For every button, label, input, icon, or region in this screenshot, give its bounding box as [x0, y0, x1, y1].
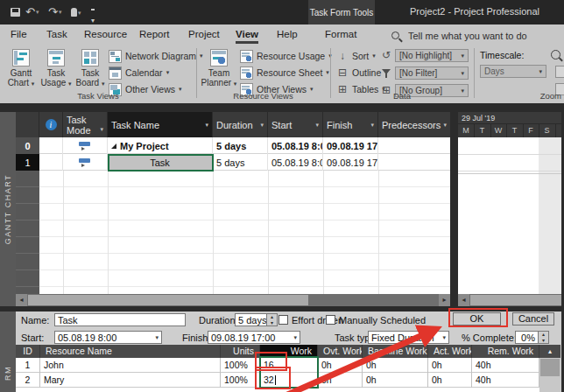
scrollbar-thumb[interactable]: [540, 359, 560, 376]
tab-report[interactable]: Report: [139, 29, 170, 39]
info-column-header[interactable]: i: [39, 112, 63, 137]
redo-button[interactable]: ↷▾: [48, 0, 61, 24]
timeline-week-header[interactable]: 29 Jul '19: [458, 112, 564, 124]
save-icon[interactable]: [11, 8, 20, 17]
filter-arrow-icon[interactable]: ▾: [260, 120, 264, 130]
finish-cell[interactable]: 09.08.19 17:00: [323, 137, 378, 154]
predecessors-header[interactable]: Predecessors ▾: [378, 112, 450, 137]
start-cell[interactable]: 05.08.19 8:00: [268, 137, 323, 154]
percent-complete-input[interactable]: 0%: [515, 331, 539, 344]
touch-mode-button[interactable]: ▾: [71, 8, 81, 18]
task-mode-header[interactable]: Task Mode ▾: [63, 112, 108, 137]
tab-resource[interactable]: Resource: [84, 29, 127, 39]
scroll-up-icon[interactable]: ▴: [539, 345, 560, 358]
table-row-task[interactable]: 1 Task 5 days 05.08.19 8:00 09.08.19 17:…: [16, 154, 450, 171]
scrollbar-thumb[interactable]: [470, 295, 564, 305]
contextual-tab-task-form-tools[interactable]: Task Form Tools: [308, 0, 375, 24]
tell-me-input[interactable]: Tell me what you want to do: [408, 31, 527, 41]
predecessors-cell[interactable]: [378, 137, 450, 154]
filter-arrow-icon[interactable]: ▾: [370, 120, 374, 130]
filter-dropdown[interactable]: [No Filter]▾: [395, 66, 469, 80]
predecessors-cell[interactable]: [378, 154, 450, 171]
ovt-work-header[interactable]: Ovt. Work: [318, 345, 363, 358]
info-cell[interactable]: [39, 154, 63, 171]
table-horizontal-scrollbar[interactable]: ◂ ▸: [16, 294, 450, 306]
start-cell[interactable]: 05.08.19 8:00: [268, 154, 323, 171]
duration-cell[interactable]: 5 days: [213, 154, 268, 171]
spinner-up-icon[interactable]: ▴: [542, 332, 545, 337]
act-work-header[interactable]: Act. Work: [428, 345, 472, 358]
finish-dropdown[interactable]: 09.08.19 17:00▾: [208, 331, 300, 344]
row-number[interactable]: 1: [16, 154, 39, 171]
tab-file[interactable]: File: [11, 29, 27, 39]
finish-header[interactable]: Finish ▾: [323, 112, 378, 137]
act-work-cell[interactable]: 0h: [428, 373, 472, 388]
tab-task[interactable]: Task: [46, 29, 67, 39]
resource-usage-button[interactable]: Resource Usage ▾: [240, 49, 332, 63]
finish-cell[interactable]: 09.08.19 17:00: [323, 154, 378, 171]
collapse-triangle-icon[interactable]: [111, 144, 116, 149]
manually-scheduled-checkbox[interactable]: [326, 315, 335, 325]
calendar-button[interactable]: Calendar ▾: [109, 66, 169, 80]
timeline-horizontal-scrollbar[interactable]: ◂: [458, 294, 564, 306]
tab-format[interactable]: Format: [325, 29, 356, 39]
task-board-button[interactable]: Task Board ▾: [74, 48, 107, 88]
id-cell[interactable]: 2: [16, 373, 40, 388]
start-header[interactable]: Start ▾: [268, 112, 323, 137]
task-mode-cell[interactable]: [63, 137, 108, 154]
info-cell[interactable]: [39, 137, 63, 154]
filter-arrow-icon[interactable]: ▾: [443, 120, 447, 130]
tab-project[interactable]: Project: [188, 29, 220, 39]
filter-arrow-icon[interactable]: ▾: [315, 120, 319, 130]
cancel-button[interactable]: Cancel: [512, 312, 554, 326]
tab-help[interactable]: Help: [277, 29, 298, 39]
ovt-work-cell[interactable]: 0h: [318, 358, 363, 373]
task-usage-button[interactable]: Task Usage ▾: [39, 48, 74, 88]
rem-work-cell[interactable]: 40h: [472, 358, 539, 373]
task-name-cell[interactable]: My Project: [108, 137, 213, 154]
name-input[interactable]: Task: [54, 313, 186, 326]
rem-work-header[interactable]: Rem. Work: [472, 345, 539, 358]
sort-button[interactable]: ↓ Sort ▾: [336, 49, 376, 63]
team-planner-button[interactable]: Team Planner ▾: [200, 48, 238, 88]
timeline-day-header[interactable]: M T W T F S: [458, 124, 564, 137]
baseline-work-header[interactable]: Baseline Work: [363, 345, 428, 358]
spinner-down-icon[interactable]: ▾: [542, 338, 545, 343]
ovt-work-cell[interactable]: 0h: [318, 373, 363, 388]
undo-button[interactable]: ↶▾: [25, 0, 39, 24]
id-cell[interactable]: 1: [16, 358, 40, 373]
filter-arrow-icon[interactable]: ▾: [100, 124, 103, 137]
resource-sheet-button[interactable]: Resource Sheet ▾: [240, 66, 329, 80]
start-dropdown[interactable]: 05.08.19 8:00▾: [54, 331, 162, 344]
act-work-cell[interactable]: 0h: [428, 358, 472, 373]
row-number[interactable]: 0: [16, 137, 39, 154]
gantt-chart-button[interactable]: Gantt Chart ▾: [4, 48, 39, 88]
spinner-up-icon[interactable]: ▴: [271, 314, 273, 319]
resource-name-cell[interactable]: John: [40, 358, 221, 373]
duration-cell[interactable]: 5 days: [213, 137, 268, 154]
filter-arrow-icon[interactable]: ▾: [205, 120, 208, 130]
task-name-header[interactable]: Task Name ▾: [108, 112, 213, 137]
duration-header[interactable]: Duration ▾: [213, 112, 268, 137]
duration-spinner[interactable]: ▴▾: [266, 313, 278, 326]
highlight-button[interactable]: ↺: [380, 49, 392, 61]
spinner-down-icon[interactable]: ▾: [271, 320, 273, 326]
filter-icon[interactable]: [382, 69, 391, 74]
baseline-work-cell[interactable]: 0h: [363, 373, 428, 388]
scroll-right-icon[interactable]: ▸: [439, 294, 450, 306]
table-row-summary[interactable]: 0 My Project 5 days 05.08.19 8:00 09.08.…: [16, 137, 450, 154]
percent-spinner[interactable]: ▴▾: [538, 331, 549, 344]
effort-driven-checkbox[interactable]: [278, 315, 288, 325]
tab-view[interactable]: View: [236, 29, 258, 39]
customize-qat-button[interactable]: ▾: [91, 9, 95, 23]
baseline-work-cell[interactable]: 0h: [363, 358, 428, 373]
entire-project-icon[interactable]: [555, 66, 564, 78]
outline-button[interactable]: ⊟ Outline ▾: [336, 66, 388, 80]
rem-work-cell[interactable]: 40h: [472, 373, 539, 388]
timescale-dropdown[interactable]: Days▾: [480, 65, 546, 78]
task-mode-cell[interactable]: [63, 154, 108, 171]
task-type-dropdown[interactable]: Fixed Duration▾: [368, 331, 449, 344]
resource-name-cell[interactable]: Mary: [40, 373, 221, 388]
empty-grid-rows[interactable]: [39, 171, 450, 294]
resource-name-header[interactable]: Resource Name: [40, 345, 221, 358]
